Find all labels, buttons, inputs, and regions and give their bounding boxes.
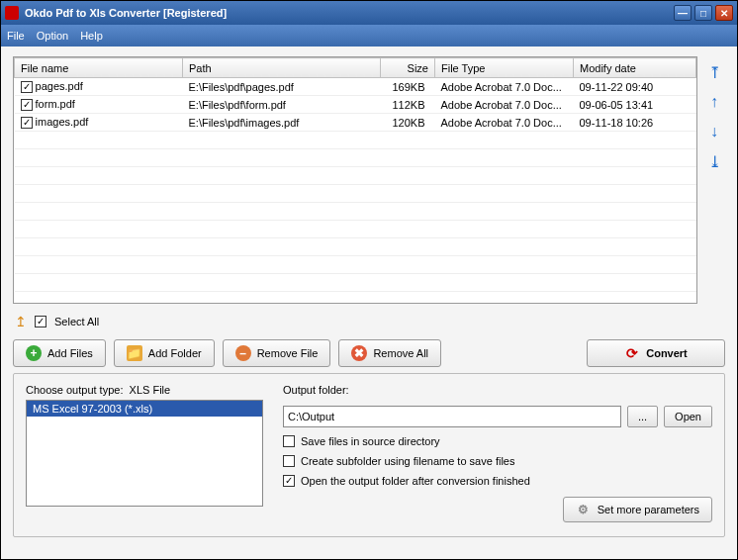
cell-date: 09-11-22 09:40: [574, 78, 696, 96]
folder-icon: 📁: [127, 345, 142, 361]
output-type-col: Choose output type: XLS File MS Excel 97…: [26, 384, 263, 522]
convert-icon: ⟳: [624, 345, 640, 361]
cell-filetype: Adobe Acrobat 7.0 Doc...: [435, 78, 574, 96]
cell-filename: form.pdf: [36, 98, 75, 110]
move-bottom-button[interactable]: ⤓: [704, 151, 724, 171]
table-row-empty: [15, 292, 696, 305]
output-folder-col: Output folder: ... Open Save files in so…: [283, 384, 712, 522]
select-all-checkbox[interactable]: [35, 316, 46, 327]
output-type-label: Choose output type: XLS File: [26, 384, 263, 396]
col-modifydate[interactable]: Modify date: [574, 58, 696, 78]
menubar: File Option Help: [1, 25, 737, 47]
reorder-buttons: ⤒ ↑ ↓ ⤓: [703, 56, 725, 304]
menu-help[interactable]: Help: [80, 30, 103, 42]
col-size[interactable]: Size: [381, 58, 435, 78]
move-top-button[interactable]: ⤒: [704, 62, 724, 82]
convert-button[interactable]: ⟳ Convert: [587, 339, 725, 367]
browse-button[interactable]: ...: [627, 406, 658, 427]
x-icon: ✖: [351, 345, 367, 361]
table-row-empty: [15, 132, 696, 149]
cell-size: 120KB: [381, 114, 435, 132]
cell-filename: pages.pdf: [36, 80, 83, 92]
maximize-button[interactable]: □: [694, 5, 712, 21]
create-subfolder-checkbox[interactable]: [283, 455, 295, 467]
menu-file[interactable]: File: [7, 30, 25, 42]
select-all-label: Select All: [54, 316, 99, 327]
row-checkbox[interactable]: [21, 81, 33, 93]
table-row[interactable]: images.pdfE:\Files\pdf\images.pdf120KBAd…: [15, 114, 696, 132]
table-row-empty: [15, 274, 696, 292]
table-row-empty: [15, 185, 696, 203]
table-row-empty: [15, 238, 696, 256]
content-area: File name Path Size File Type Modify dat…: [1, 47, 737, 559]
up-folder-icon[interactable]: ↥: [15, 314, 27, 329]
window-title: Okdo Pdf to Xls Converter [Registered]: [25, 7, 674, 19]
col-path[interactable]: Path: [183, 58, 381, 78]
output-folder-row: ... Open: [283, 406, 712, 427]
opt-source-row: Save files in source directory: [283, 435, 712, 447]
close-button[interactable]: ✕: [715, 5, 733, 21]
table-row-empty: [15, 149, 696, 167]
output-panel: Choose output type: XLS File MS Excel 97…: [13, 373, 725, 537]
remove-file-button[interactable]: – Remove File: [223, 339, 331, 367]
open-after-label: Open the output folder after conversion …: [301, 475, 530, 487]
cell-date: 09-11-18 10:26: [574, 114, 696, 132]
opt-openafter-row: Open the output folder after conversion …: [283, 475, 712, 487]
table-row[interactable]: pages.pdfE:\Files\pdf\pages.pdf169KBAdob…: [15, 78, 696, 96]
open-folder-button[interactable]: Open: [664, 406, 712, 427]
set-more-parameters-button[interactable]: ⚙ Set more parameters: [563, 497, 712, 522]
open-after-checkbox[interactable]: [283, 475, 295, 487]
cell-date: 09-06-05 13:41: [574, 96, 696, 114]
plus-icon: +: [26, 345, 42, 361]
opt-subfolder-row: Create subfolder using filename to save …: [283, 455, 712, 467]
col-filetype[interactable]: File Type: [435, 58, 574, 78]
action-buttons: + Add Files 📁 Add Folder – Remove File ✖…: [13, 339, 725, 367]
table-row-empty: [15, 203, 696, 221]
cell-size: 169KB: [381, 78, 435, 96]
create-subfolder-label: Create subfolder using filename to save …: [301, 455, 514, 467]
output-folder-input[interactable]: [283, 406, 621, 427]
add-files-button[interactable]: + Add Files: [13, 339, 106, 367]
file-table-wrap: File name Path Size File Type Modify dat…: [13, 56, 697, 304]
output-type-list[interactable]: MS Excel 97-2003 (*.xls): [26, 400, 263, 507]
move-up-button[interactable]: ↑: [704, 92, 724, 112]
save-source-checkbox[interactable]: [283, 435, 295, 447]
save-source-label: Save files in source directory: [301, 435, 440, 447]
col-filename[interactable]: File name: [15, 58, 183, 78]
table-row-empty: [15, 256, 696, 274]
select-all-row: ↥ Select All: [13, 310, 725, 333]
cell-size: 112KB: [381, 96, 435, 114]
row-checkbox[interactable]: [21, 117, 33, 129]
cell-filename: images.pdf: [36, 116, 89, 128]
table-row-empty: [15, 221, 696, 238]
cell-filetype: Adobe Acrobat 7.0 Doc...: [435, 96, 574, 114]
remove-all-button[interactable]: ✖ Remove All: [338, 339, 441, 367]
more-row: ⚙ Set more parameters: [283, 497, 712, 522]
titlebar: Okdo Pdf to Xls Converter [Registered] —…: [1, 1, 737, 25]
main-window: Okdo Pdf to Xls Converter [Registered] —…: [0, 0, 738, 560]
table-row-empty: [15, 167, 696, 185]
cell-path: E:\Files\pdf\images.pdf: [183, 114, 381, 132]
cell-filetype: Adobe Acrobat 7.0 Doc...: [435, 114, 574, 132]
gear-icon: ⚙: [576, 502, 592, 517]
minimize-button[interactable]: —: [674, 5, 692, 21]
add-folder-button[interactable]: 📁 Add Folder: [114, 339, 215, 367]
window-controls: — □ ✕: [674, 5, 733, 21]
cell-path: E:\Files\pdf\form.pdf: [183, 96, 381, 114]
menu-option[interactable]: Option: [37, 30, 68, 42]
minus-icon: –: [235, 345, 251, 361]
row-checkbox[interactable]: [21, 99, 33, 111]
app-icon: [5, 6, 19, 20]
output-type-option[interactable]: MS Excel 97-2003 (*.xls): [27, 401, 262, 417]
cell-path: E:\Files\pdf\pages.pdf: [183, 78, 381, 96]
file-area: File name Path Size File Type Modify dat…: [13, 56, 725, 304]
table-row[interactable]: form.pdfE:\Files\pdf\form.pdf112KBAdobe …: [15, 96, 696, 114]
output-folder-label: Output folder:: [283, 384, 712, 396]
move-down-button[interactable]: ↓: [704, 122, 724, 141]
file-table: File name Path Size File Type Modify dat…: [14, 57, 696, 304]
